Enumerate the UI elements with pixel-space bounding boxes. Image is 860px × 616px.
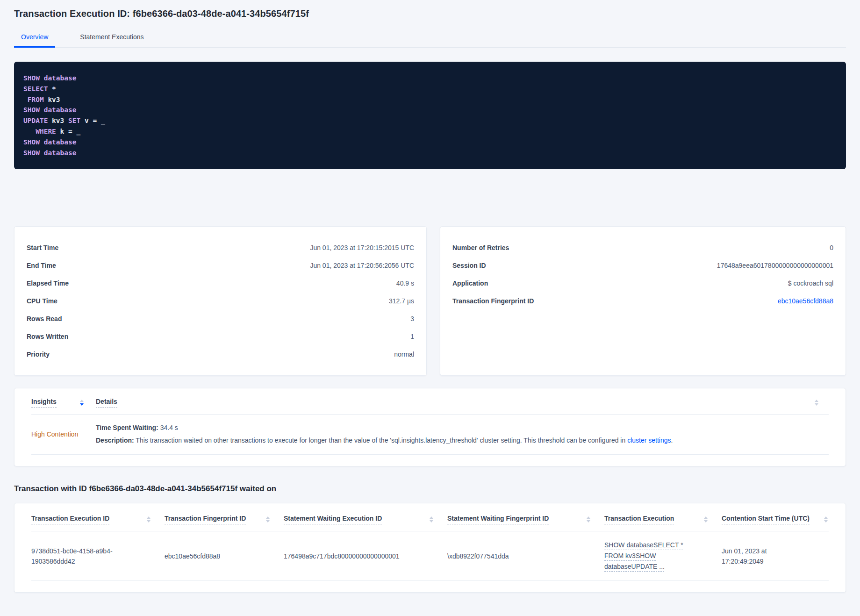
row-label: Session ID (452, 262, 486, 269)
row-value: 40.9 s (396, 279, 414, 287)
insights-table-header: Insights Details (31, 388, 829, 415)
sql-line: SHOW database (23, 137, 837, 148)
column-header-transaction-execution-id[interactable]: Transaction Execution ID (31, 515, 165, 524)
row-value: Jun 01, 2023 at 17:20:56:2056 UTC (310, 262, 414, 269)
column-header-contention-start-time[interactable]: Contention Start Time (UTC) (722, 515, 829, 524)
sort-icon[interactable] (815, 400, 818, 406)
session-info-card: Number of Retries 0 Session ID 17648a9ee… (440, 226, 846, 376)
cell-statement-waiting-execution-id: 176498a9c717bdc80000000000000001 (284, 551, 447, 561)
sql-line: SHOW database (23, 73, 837, 84)
row-value: 312.7 µs (389, 297, 414, 305)
row-label: Number of Retries (452, 244, 509, 251)
column-header-transaction-execution[interactable]: Transaction Execution (604, 515, 722, 524)
page-title: Transaction Execution ID: f6be6366-da03-… (14, 8, 846, 19)
time-spent-waiting: Time Spent Waiting: 34.4 s (96, 423, 829, 432)
row-value: 17648a9eea6017800000000000000001 (717, 262, 833, 269)
row-value: 1 (410, 333, 414, 340)
insight-badge: High Contention (31, 430, 96, 438)
column-header-statement-waiting-execution-id[interactable]: Statement Waiting Execution ID (284, 515, 447, 524)
row-value: 0 (830, 244, 833, 251)
cell-contention-start-time: Jun 01, 2023 at 17:20:49:2049 (722, 546, 829, 566)
row-label: Priority (27, 351, 50, 358)
sort-icon[interactable] (430, 516, 433, 523)
row-label: CPU Time (27, 297, 57, 305)
summary-row-end-time: End Time Jun 01, 2023 at 17:20:56:2056 U… (27, 257, 414, 274)
transaction-sql-statements: SHOW database SELECT * FROM kv3 SHOW dat… (14, 62, 846, 169)
sql-line: SHOW database (23, 148, 837, 158)
waited-on-table-header: Transaction Execution ID Transaction Fin… (31, 503, 829, 531)
row-value: normal (394, 351, 414, 358)
insights-table-card: Insights Details High Contention Time Sp… (14, 388, 846, 466)
cell-transaction-execution: SHOW databaseSELECT * FROM kv3SHOW datab… (604, 540, 722, 572)
summary-row-session-id: Session ID 17648a9eea6017800000000000000… (452, 257, 833, 274)
sort-icon[interactable] (147, 516, 150, 523)
summary-row-elapsed-time: Elapsed Time 40.9 s (27, 274, 414, 292)
row-label: Elapsed Time (27, 279, 69, 287)
cell-transaction-fingerprint-id: ebc10ae56cfd88a8 (165, 551, 284, 561)
insight-row: High Contention Time Spent Waiting: 34.4… (31, 415, 829, 455)
row-label: Start Time (27, 244, 58, 251)
sort-icon[interactable] (704, 516, 708, 523)
sort-icon[interactable] (824, 516, 828, 523)
tab-overview[interactable]: Overview (14, 29, 55, 48)
waited-on-heading: Transaction with ID f6be6366-da03-48de-a… (14, 484, 846, 494)
summary-row-cpu-time: CPU Time 312.7 µs (27, 292, 414, 310)
row-value: 3 (410, 315, 414, 322)
row-label: Rows Written (27, 333, 68, 340)
column-header-statement-waiting-fingerprint-id[interactable]: Statement Waiting Fingerprint ID (447, 515, 604, 524)
row-value: $ cockroach sql (788, 279, 833, 287)
transaction-details-page: Transaction Execution ID: f6be6366-da03-… (0, 0, 860, 616)
transaction-fingerprint-link[interactable]: ebc10ae56cfd88a8 (778, 297, 833, 305)
summary-row-application: Application $ cockroach sql (452, 274, 833, 292)
row-label: Application (452, 279, 488, 287)
cell-statement-waiting-fingerprint-id: \xdb8922f077541dda (447, 551, 604, 561)
transaction-execution-sql-preview[interactable]: SHOW databaseSELECT * FROM kv3SHOW datab… (604, 541, 683, 570)
summary-row-start-time: Start Time Jun 01, 2023 at 17:20:15:2015… (27, 239, 414, 257)
row-label: Rows Read (27, 315, 62, 322)
cell-transaction-execution-id: 9738d051-bc0e-4158-a9b4-1903586ddd42 (31, 546, 165, 566)
summary-row-rows-written: Rows Written 1 (27, 328, 414, 345)
execution-timing-card: Start Time Jun 01, 2023 at 17:20:15:2015… (14, 226, 427, 376)
waited-on-table-card: Transaction Execution ID Transaction Fin… (14, 503, 846, 593)
tab-statement-executions[interactable]: Statement Executions (73, 29, 150, 48)
summary-row-transaction-fingerprint: Transaction Fingerprint ID ebc10ae56cfd8… (452, 292, 833, 310)
row-label: End Time (27, 262, 56, 269)
summary-row-rows-read: Rows Read 3 (27, 310, 414, 328)
cluster-settings-link[interactable]: cluster settings (627, 437, 671, 444)
tab-bar: Overview Statement Executions (14, 29, 846, 48)
row-label: Transaction Fingerprint ID (452, 297, 534, 305)
column-header-insights[interactable]: Insights (31, 398, 96, 408)
insight-details: Time Spent Waiting: 34.4 s Description: … (96, 423, 829, 445)
column-header-transaction-fingerprint-id[interactable]: Transaction Fingerprint ID (165, 515, 284, 524)
waited-on-table-row: 9738d051-bc0e-4158-a9b4-1903586ddd42 ebc… (31, 531, 829, 581)
sql-line: UPDATE kv3 SET v = _ (23, 115, 837, 126)
sort-icon[interactable] (587, 516, 590, 523)
summary-row-priority: Priority normal (27, 345, 414, 363)
column-header-blank[interactable] (815, 400, 829, 406)
sort-icon[interactable] (266, 516, 270, 523)
sql-line: WHERE k = _ (23, 126, 837, 137)
summary-row-retries: Number of Retries 0 (452, 239, 833, 257)
sort-desc-icon[interactable] (80, 400, 84, 406)
sql-line: SELECT * (23, 84, 837, 94)
sql-line: SHOW database (23, 105, 837, 115)
insight-description: Description: This transaction waited on … (96, 436, 829, 445)
column-header-details[interactable]: Details (96, 398, 815, 408)
row-value: Jun 01, 2023 at 17:20:15:2015 UTC (310, 244, 414, 251)
summary-cards-row: Start Time Jun 01, 2023 at 17:20:15:2015… (14, 226, 846, 376)
sql-line: FROM kv3 (23, 94, 837, 105)
